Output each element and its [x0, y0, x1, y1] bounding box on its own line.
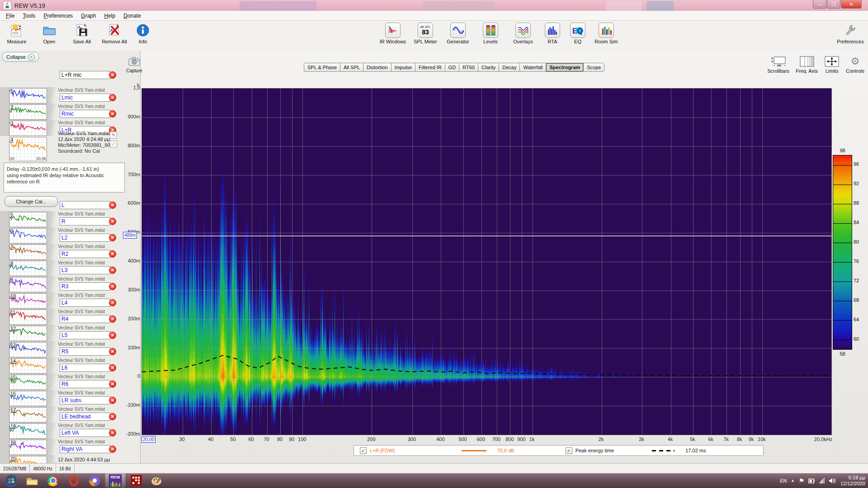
title-bar[interactable]: REW V5,19 — ❐ ✕ — [0, 0, 868, 11]
tab-impulse[interactable]: Impulse — [391, 63, 415, 72]
delete-measurement-button[interactable]: ✕ — [109, 110, 116, 117]
delete-measurement-button[interactable]: ✕ — [109, 71, 116, 79]
measurement-name-field[interactable]: L — [60, 201, 110, 209]
open-button[interactable]: Open — [35, 23, 63, 44]
taskbar-secure-browser-button[interactable] — [84, 473, 105, 488]
measurement-name-field[interactable]: R — [60, 217, 110, 225]
tab-decay[interactable]: Decay — [499, 63, 519, 72]
delete-measurement-button[interactable]: ✕ — [109, 397, 116, 404]
network-signal-icon[interactable] — [820, 478, 825, 483]
measurement-thumbnail[interactable]: 19 — [9, 440, 47, 455]
delete-measurement-button[interactable]: ✕ — [109, 315, 116, 323]
measurement-thumbnail[interactable]: 17 — [9, 407, 47, 422]
menu-tools[interactable]: Tools — [19, 12, 39, 20]
battery-icon[interactable] — [808, 478, 816, 484]
measurement-thumbnail[interactable]: 16 — [9, 391, 47, 406]
measurement-name-field[interactable]: Right VA — [60, 445, 110, 453]
taskbar-paint-button[interactable] — [146, 473, 167, 488]
freq-axis-button[interactable]: Freq. Axis — [796, 56, 818, 74]
measurement-thumbnail[interactable]: 11 — [9, 310, 47, 325]
tab-waterfall[interactable]: Waterfall — [519, 63, 546, 72]
measurement-thumbnail[interactable]: 8 — [9, 261, 47, 276]
taskbar-explorer-button[interactable] — [22, 473, 42, 488]
measurement-name-field[interactable]: L6 — [60, 364, 110, 372]
measurement-name-field[interactable]: LR subs — [60, 396, 110, 404]
measurement-name-field[interactable]: R6 — [60, 380, 110, 388]
measurement-name-field[interactable]: R4 — [60, 315, 110, 323]
delete-measurement-button[interactable]: ✕ — [109, 446, 116, 453]
delete-measurement-button[interactable]: ✕ — [109, 332, 116, 339]
language-indicator[interactable]: EN — [780, 478, 787, 483]
controls-button[interactable]: ⚙ Controls — [846, 56, 864, 74]
measurement-thumbnail[interactable]: 6 — [9, 228, 47, 244]
start-button[interactable] — [1, 473, 22, 488]
measurement-name-field[interactable]: L2 — [60, 234, 110, 242]
measurement-name-field[interactable]: R2 — [60, 250, 110, 258]
measurement-thumbnail[interactable]: 12 — [9, 326, 47, 341]
speaker-icon[interactable] — [829, 478, 836, 484]
tab-rt60[interactable]: RT60 — [459, 63, 478, 72]
delete-measurement-button[interactable]: ✕ — [109, 364, 116, 371]
measurement-thumbnail[interactable]: 2 — [9, 104, 47, 120]
delete-measurement-button[interactable]: ✕ — [109, 202, 116, 209]
limits-button[interactable]: Limits — [824, 56, 840, 74]
menu-file[interactable]: File — [2, 12, 19, 20]
tab-spectrogram[interactable]: Spectrogram — [546, 63, 583, 72]
menu-graph[interactable]: Graph — [77, 12, 100, 20]
measurement-thumbnail[interactable]: 10 — [9, 293, 47, 309]
measurement-thumbnail[interactable]: 9 — [9, 277, 47, 292]
tab-filtered-ir[interactable]: Filtered IR — [415, 63, 445, 72]
delete-measurement-button[interactable]: ✕ — [109, 94, 116, 101]
delete-measurement-button[interactable]: ✕ — [109, 380, 116, 388]
measurement-thumbnail[interactable]: 18 — [9, 423, 47, 439]
measurement-name-field[interactable]: R5 — [60, 347, 110, 356]
delete-measurement-button[interactable]: ✕ — [109, 267, 116, 274]
room-sim-button[interactable]: Room Sim — [592, 23, 620, 44]
menu-preferences[interactable]: Preferences — [39, 12, 77, 20]
measurement-name-field[interactable]: R3 — [60, 282, 110, 291]
tab-distortion[interactable]: Distortion — [363, 63, 391, 72]
menu-donate[interactable]: Donate — [119, 12, 145, 20]
save-all-button[interactable]: Save All — [68, 23, 96, 44]
measurement-name-field[interactable]: Left VA — [60, 429, 110, 437]
taskbar-rew-button[interactable]: REW — [105, 473, 126, 488]
delete-measurement-button[interactable]: ✕ — [109, 299, 116, 306]
measurement-name-field[interactable]: L+R mic — [60, 71, 110, 79]
clock[interactable]: 5:18 μμ 12/12/2020 — [840, 475, 865, 487]
spl-meter-button[interactable]: dB SPL83 SPL Meter — [411, 23, 439, 44]
measurement-name-field[interactable]: L4 — [60, 299, 110, 307]
peak-energy-checkbox[interactable]: ✓ — [566, 447, 572, 454]
measurement-thumbnail[interactable]: 7 — [9, 244, 47, 260]
measurement-thumbnail[interactable]: 5 — [9, 212, 47, 227]
measurement-name-field[interactable]: L5 — [60, 331, 110, 339]
measurement-thumbnail[interactable]: 14 — [9, 358, 47, 374]
taskbar-remote-app-button[interactable] — [126, 473, 146, 488]
delete-measurement-button[interactable]: ✕ — [109, 283, 116, 290]
measurement-thumbnail[interactable]: 42020,0k — [9, 137, 47, 161]
rta-button[interactable]: RTA — [542, 23, 563, 44]
menu-help[interactable]: Help — [100, 12, 119, 20]
ir-windows-button[interactable]: IR Windows — [379, 23, 407, 44]
trace-checkbox[interactable]: ✓ — [360, 447, 367, 454]
measurement-name-field[interactable]: L3 — [60, 266, 110, 274]
show-hidden-icons-button[interactable]: ▲ — [791, 479, 794, 483]
overlays-button[interactable]: Overlays — [509, 23, 537, 44]
measurement-thumbnail[interactable]: 15 — [9, 375, 47, 390]
tab-gd[interactable]: GD — [445, 63, 459, 72]
minimize-button[interactable]: — — [813, 0, 826, 9]
capture-button[interactable]: Capture — [127, 57, 142, 77]
measurement-thumbnail[interactable]: 3 — [9, 121, 47, 136]
change-cal-button[interactable]: Change Cal... — [5, 196, 58, 207]
delete-measurement-button[interactable]: ✕ — [109, 413, 116, 420]
tab-clarity[interactable]: Clarity — [478, 63, 499, 72]
generator-button[interactable]: Generator — [444, 23, 472, 44]
measurement-name-field[interactable]: LE bedhead — [60, 413, 110, 421]
spectrogram-canvas[interactable] — [142, 89, 831, 435]
tab-spl-phase[interactable]: SPL & Phase — [304, 63, 340, 72]
measurement-thumbnail[interactable]: 1 — [9, 88, 47, 103]
delete-measurement-button[interactable]: ✕ — [109, 218, 116, 225]
info-button[interactable]: Info — [133, 23, 153, 44]
lev els-button[interactable]: 0369 Levels — [476, 23, 505, 44]
delete-measurement-button[interactable]: ✕ — [109, 250, 116, 258]
close-button[interactable]: ✕ — [841, 0, 862, 9]
